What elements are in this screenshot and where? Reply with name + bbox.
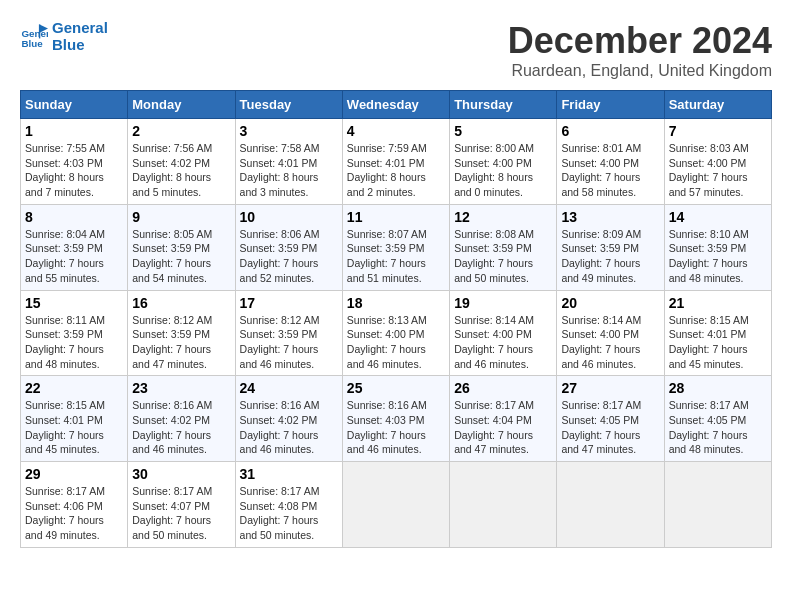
day-info: Sunrise: 8:15 AMSunset: 4:01 PMDaylight:… [25, 398, 123, 457]
day-number: 26 [454, 380, 552, 396]
day-info: Sunrise: 8:14 AMSunset: 4:00 PMDaylight:… [454, 313, 552, 372]
day-info: Sunrise: 8:16 AMSunset: 4:03 PMDaylight:… [347, 398, 445, 457]
calendar-day-cell [664, 462, 771, 548]
day-info: Sunrise: 8:03 AMSunset: 4:00 PMDaylight:… [669, 141, 767, 200]
day-number: 10 [240, 209, 338, 225]
day-info: Sunrise: 8:06 AMSunset: 3:59 PMDaylight:… [240, 227, 338, 286]
day-number: 9 [132, 209, 230, 225]
logo-text: GeneralBlue [52, 20, 108, 53]
calendar-day-cell: 7Sunrise: 8:03 AMSunset: 4:00 PMDaylight… [664, 119, 771, 205]
day-number: 8 [25, 209, 123, 225]
day-info: Sunrise: 8:01 AMSunset: 4:00 PMDaylight:… [561, 141, 659, 200]
day-info: Sunrise: 8:17 AMSunset: 4:07 PMDaylight:… [132, 484, 230, 543]
day-info: Sunrise: 8:13 AMSunset: 4:00 PMDaylight:… [347, 313, 445, 372]
day-number: 11 [347, 209, 445, 225]
day-info: Sunrise: 8:17 AMSunset: 4:06 PMDaylight:… [25, 484, 123, 543]
calendar-day-cell: 16Sunrise: 8:12 AMSunset: 3:59 PMDayligh… [128, 290, 235, 376]
calendar-day-cell: 13Sunrise: 8:09 AMSunset: 3:59 PMDayligh… [557, 204, 664, 290]
day-info: Sunrise: 8:00 AMSunset: 4:00 PMDaylight:… [454, 141, 552, 200]
calendar-day-cell: 29Sunrise: 8:17 AMSunset: 4:06 PMDayligh… [21, 462, 128, 548]
calendar-day-cell: 8Sunrise: 8:04 AMSunset: 3:59 PMDaylight… [21, 204, 128, 290]
calendar-body: 1Sunrise: 7:55 AMSunset: 4:03 PMDaylight… [21, 119, 772, 548]
calendar-subtitle: Ruardean, England, United Kingdom [508, 62, 772, 80]
day-info: Sunrise: 8:17 AMSunset: 4:08 PMDaylight:… [240, 484, 338, 543]
day-number: 28 [669, 380, 767, 396]
day-info: Sunrise: 7:56 AMSunset: 4:02 PMDaylight:… [132, 141, 230, 200]
calendar-day-cell: 31Sunrise: 8:17 AMSunset: 4:08 PMDayligh… [235, 462, 342, 548]
calendar-day-cell: 21Sunrise: 8:15 AMSunset: 4:01 PMDayligh… [664, 290, 771, 376]
calendar-week-row: 8Sunrise: 8:04 AMSunset: 3:59 PMDaylight… [21, 204, 772, 290]
day-number: 17 [240, 295, 338, 311]
day-number: 12 [454, 209, 552, 225]
day-number: 14 [669, 209, 767, 225]
day-info: Sunrise: 7:58 AMSunset: 4:01 PMDaylight:… [240, 141, 338, 200]
calendar-week-row: 1Sunrise: 7:55 AMSunset: 4:03 PMDaylight… [21, 119, 772, 205]
day-number: 20 [561, 295, 659, 311]
day-number: 24 [240, 380, 338, 396]
day-number: 3 [240, 123, 338, 139]
calendar-day-cell: 1Sunrise: 7:55 AMSunset: 4:03 PMDaylight… [21, 119, 128, 205]
day-number: 29 [25, 466, 123, 482]
day-info: Sunrise: 8:12 AMSunset: 3:59 PMDaylight:… [132, 313, 230, 372]
day-number: 23 [132, 380, 230, 396]
logo: General Blue GeneralBlue [20, 20, 108, 53]
day-number: 2 [132, 123, 230, 139]
day-number: 19 [454, 295, 552, 311]
calendar-week-row: 15Sunrise: 8:11 AMSunset: 3:59 PMDayligh… [21, 290, 772, 376]
day-number: 22 [25, 380, 123, 396]
day-info: Sunrise: 8:04 AMSunset: 3:59 PMDaylight:… [25, 227, 123, 286]
day-number: 30 [132, 466, 230, 482]
day-info: Sunrise: 8:16 AMSunset: 4:02 PMDaylight:… [132, 398, 230, 457]
calendar-day-cell: 11Sunrise: 8:07 AMSunset: 3:59 PMDayligh… [342, 204, 449, 290]
day-info: Sunrise: 8:10 AMSunset: 3:59 PMDaylight:… [669, 227, 767, 286]
day-number: 7 [669, 123, 767, 139]
calendar-day-cell: 2Sunrise: 7:56 AMSunset: 4:02 PMDaylight… [128, 119, 235, 205]
weekday-header-thursday: Thursday [450, 91, 557, 119]
day-number: 16 [132, 295, 230, 311]
calendar-day-cell: 22Sunrise: 8:15 AMSunset: 4:01 PMDayligh… [21, 376, 128, 462]
calendar-title: December 2024 [508, 20, 772, 62]
calendar-day-cell: 3Sunrise: 7:58 AMSunset: 4:01 PMDaylight… [235, 119, 342, 205]
calendar-day-cell: 23Sunrise: 8:16 AMSunset: 4:02 PMDayligh… [128, 376, 235, 462]
day-number: 21 [669, 295, 767, 311]
calendar-day-cell: 24Sunrise: 8:16 AMSunset: 4:02 PMDayligh… [235, 376, 342, 462]
day-info: Sunrise: 8:15 AMSunset: 4:01 PMDaylight:… [669, 313, 767, 372]
day-info: Sunrise: 8:11 AMSunset: 3:59 PMDaylight:… [25, 313, 123, 372]
day-info: Sunrise: 8:14 AMSunset: 4:00 PMDaylight:… [561, 313, 659, 372]
logo-icon: General Blue [20, 23, 48, 51]
weekday-header-wednesday: Wednesday [342, 91, 449, 119]
day-info: Sunrise: 8:16 AMSunset: 4:02 PMDaylight:… [240, 398, 338, 457]
weekday-header-saturday: Saturday [664, 91, 771, 119]
day-info: Sunrise: 8:09 AMSunset: 3:59 PMDaylight:… [561, 227, 659, 286]
weekday-header-sunday: Sunday [21, 91, 128, 119]
calendar-day-cell: 25Sunrise: 8:16 AMSunset: 4:03 PMDayligh… [342, 376, 449, 462]
calendar-day-cell: 27Sunrise: 8:17 AMSunset: 4:05 PMDayligh… [557, 376, 664, 462]
calendar-day-cell: 14Sunrise: 8:10 AMSunset: 3:59 PMDayligh… [664, 204, 771, 290]
day-number: 4 [347, 123, 445, 139]
calendar-day-cell: 6Sunrise: 8:01 AMSunset: 4:00 PMDaylight… [557, 119, 664, 205]
day-info: Sunrise: 8:05 AMSunset: 3:59 PMDaylight:… [132, 227, 230, 286]
weekday-header-row: SundayMondayTuesdayWednesdayThursdayFrid… [21, 91, 772, 119]
day-info: Sunrise: 8:17 AMSunset: 4:05 PMDaylight:… [669, 398, 767, 457]
calendar-day-cell: 10Sunrise: 8:06 AMSunset: 3:59 PMDayligh… [235, 204, 342, 290]
calendar-day-cell: 30Sunrise: 8:17 AMSunset: 4:07 PMDayligh… [128, 462, 235, 548]
calendar-day-cell: 19Sunrise: 8:14 AMSunset: 4:00 PMDayligh… [450, 290, 557, 376]
calendar-day-cell [450, 462, 557, 548]
weekday-header-monday: Monday [128, 91, 235, 119]
day-info: Sunrise: 8:17 AMSunset: 4:05 PMDaylight:… [561, 398, 659, 457]
title-area: December 2024 Ruardean, England, United … [508, 20, 772, 80]
day-number: 15 [25, 295, 123, 311]
calendar-day-cell: 5Sunrise: 8:00 AMSunset: 4:00 PMDaylight… [450, 119, 557, 205]
calendar-day-cell: 15Sunrise: 8:11 AMSunset: 3:59 PMDayligh… [21, 290, 128, 376]
weekday-header-friday: Friday [557, 91, 664, 119]
day-info: Sunrise: 7:59 AMSunset: 4:01 PMDaylight:… [347, 141, 445, 200]
day-number: 13 [561, 209, 659, 225]
svg-text:Blue: Blue [21, 37, 43, 48]
calendar-table: SundayMondayTuesdayWednesdayThursdayFrid… [20, 90, 772, 548]
calendar-day-cell: 20Sunrise: 8:14 AMSunset: 4:00 PMDayligh… [557, 290, 664, 376]
calendar-day-cell: 17Sunrise: 8:12 AMSunset: 3:59 PMDayligh… [235, 290, 342, 376]
calendar-day-cell: 9Sunrise: 8:05 AMSunset: 3:59 PMDaylight… [128, 204, 235, 290]
day-number: 5 [454, 123, 552, 139]
calendar-day-cell [557, 462, 664, 548]
day-info: Sunrise: 8:12 AMSunset: 3:59 PMDaylight:… [240, 313, 338, 372]
